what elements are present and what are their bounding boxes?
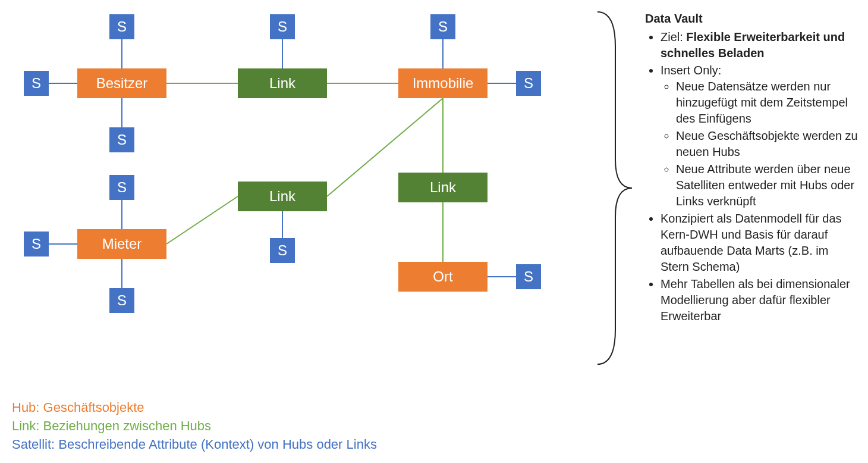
bullet-insert-only-c: Neue Attribute werden über neue Satellit… <box>676 161 859 209</box>
bullet-ziel: Ziel: Flexible Erweiterbarkeit und schne… <box>661 29 859 61</box>
data-vault-diagram: Besitzer Immobilie Mieter Ort Link Link … <box>0 0 595 369</box>
sat-immobilie-right: S <box>516 71 541 96</box>
legend-sat: Satellit: Beschreibende Attribute (Konte… <box>12 436 377 454</box>
sat-ort-right: S <box>516 264 541 289</box>
link-mieter-immobilie: Link <box>238 182 327 211</box>
link-immobilie-ort: Link <box>398 173 488 202</box>
legend-hub: Hub: Geschäftsobjekte <box>12 399 377 417</box>
description-panel: Data Vault Ziel: Flexible Erweiterbarkei… <box>645 11 859 326</box>
bullet-mehr-tabellen: Mehr Tabellen als bei dimensionaler Mode… <box>661 276 859 324</box>
sat-mieter-bottom: S <box>109 288 134 313</box>
sat-mieter-top: S <box>109 175 134 200</box>
sat-mieter-left: S <box>24 232 49 256</box>
sat-link-mid-bottom: S <box>270 238 295 263</box>
bullet-insert-only-b: Neue Geschäftsobjekte werden zu neuen Hu… <box>676 128 859 160</box>
sat-immobilie-top: S <box>430 14 455 39</box>
link-besitzer-immobilie: Link <box>238 68 327 98</box>
hub-mieter: Mieter <box>77 229 166 259</box>
bullet-konzipiert: Konzipiert als Datenmodell für das Kern-… <box>661 211 859 275</box>
curly-brace-icon <box>586 11 633 365</box>
sidebar-title: Data Vault <box>645 11 859 27</box>
hub-besitzer: Besitzer <box>77 68 166 98</box>
legend: Hub: Geschäftsobjekte Link: Beziehungen … <box>12 399 377 453</box>
svg-line-2 <box>166 196 238 244</box>
sat-besitzer-bottom: S <box>109 127 134 152</box>
legend-link: Link: Beziehungen zwischen Hubs <box>12 417 377 436</box>
hub-immobilie: Immobilie <box>398 68 488 98</box>
hub-ort: Ort <box>398 262 488 292</box>
sat-link-top: S <box>270 14 295 39</box>
bullet-insert-only: Insert Only: Neue Datensätze werden nur … <box>661 62 859 209</box>
sat-besitzer-top: S <box>109 14 134 39</box>
sat-besitzer-left: S <box>24 71 49 96</box>
bullet-insert-only-a: Neue Datensätze werden nur hinzugefügt m… <box>676 79 859 127</box>
